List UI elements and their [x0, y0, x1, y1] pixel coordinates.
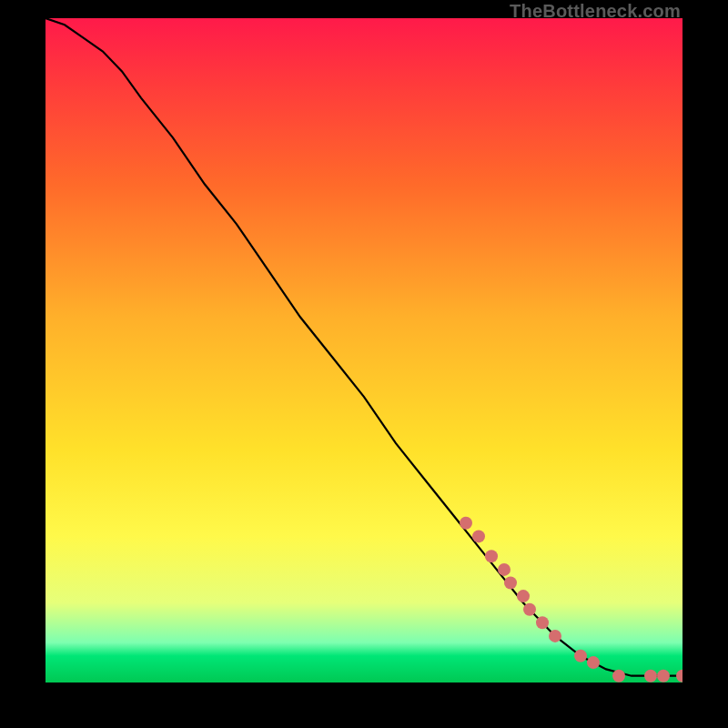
chart-stage: TheBottleneck.com	[0, 0, 728, 728]
scatter-point	[549, 630, 561, 642]
scatter-point	[517, 590, 530, 602]
scatter-point	[498, 563, 511, 576]
scatter-point	[657, 670, 670, 682]
scatter-point	[574, 650, 587, 662]
curve-line	[46, 18, 682, 676]
scatter-point	[472, 530, 485, 542]
scatter-point	[485, 550, 498, 562]
scatter-point	[536, 616, 549, 629]
scatter-point	[460, 517, 472, 530]
scatter-points	[460, 517, 682, 682]
chart-svg	[46, 18, 682, 682]
scatter-point	[644, 670, 657, 682]
attribution-label: TheBottleneck.com	[510, 2, 681, 20]
scatter-point	[504, 577, 517, 590]
scatter-point	[587, 656, 600, 669]
scatter-point	[612, 670, 625, 682]
plot-area	[46, 18, 682, 682]
scatter-point	[523, 603, 536, 616]
scatter-point	[676, 670, 682, 682]
